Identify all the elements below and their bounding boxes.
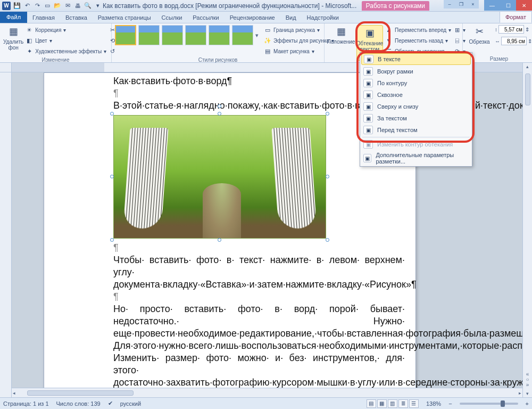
hscroll-thumb[interactable]	[27, 390, 134, 396]
scroll-down-icon[interactable]: ▾	[525, 390, 530, 397]
quick-access-toolbar: 💾 ↶ ↷ ▭ 📂 ✉ 🖶 🔍 ▾	[13, 2, 102, 10]
gallery-more-icon[interactable]: ▾	[255, 32, 259, 39]
bring-forward-button[interactable]: ▲Переместить вперед ▾	[385, 25, 451, 35]
wrap-menu-item[interactable]: ▣Дополнительные параметры разметки...	[360, 150, 472, 166]
picture-styles-gallery[interactable]: ▾	[115, 25, 259, 45]
position-button[interactable]: ▦ Положение	[328, 25, 354, 45]
vertical-ruler[interactable]	[0, 72, 12, 397]
view-web-icon[interactable]: ▥	[388, 399, 397, 408]
group-size: ✂ Обрезка ↕⇕ ↔⇕ Размер	[463, 23, 532, 62]
view-draft-icon[interactable]: ☰	[409, 399, 419, 408]
height-field[interactable]: ↕⇕	[495, 25, 532, 34]
qat-open-icon[interactable]: 📂	[53, 2, 62, 10]
corrections-button[interactable]: ☀Коррекция ▾	[26, 25, 106, 35]
status-word-count[interactable]: Число слов: 139	[56, 400, 101, 407]
file-tab[interactable]: Файл	[0, 11, 27, 23]
spinner-icon[interactable]: ⇕	[528, 38, 532, 44]
minimize-button[interactable]: —	[484, 0, 500, 11]
maximize-button[interactable]: ☐	[500, 0, 516, 11]
send-backward-button[interactable]: ▼Переместить назад ▾	[385, 36, 451, 45]
effects-icon: ✨	[264, 37, 271, 44]
scroll-left-icon[interactable]: ◂	[12, 389, 16, 397]
group-size-label: Размер	[466, 55, 532, 62]
zoom-level[interactable]: 138%	[426, 400, 441, 407]
tab-insert[interactable]: Вставка	[60, 12, 93, 23]
view-buttons: ▤ ▦ ▥ ≣ ☰	[367, 399, 419, 408]
tab-references[interactable]: Ссылки	[156, 12, 188, 23]
tab-home[interactable]: Главная	[27, 12, 60, 23]
zoom-out-icon[interactable]: −	[448, 400, 452, 407]
doc-blank: ¶	[113, 242, 405, 254]
remove-background-button[interactable]: ▦ Удалить фон	[3, 25, 23, 51]
style-thumb[interactable]	[209, 25, 230, 45]
crop-icon: ✂	[473, 25, 486, 38]
scroll-right-icon[interactable]: ▸	[518, 389, 522, 397]
color-button[interactable]: ◧Цвет ▾	[26, 36, 106, 45]
send-backward-icon: ▼	[385, 37, 393, 44]
width-field[interactable]: ↔⇕	[495, 37, 532, 45]
spinner-icon[interactable]: ⇕	[525, 27, 529, 32]
wrap-menu-item[interactable]: ▣В тексте	[361, 53, 471, 65]
window-controls: — ☐ ✕	[484, 0, 532, 11]
effects-label: Эффекты для рисунка	[273, 38, 329, 44]
mdi-minimize-button[interactable]: –	[444, 0, 455, 9]
spellcheck-icon[interactable]: ✔	[108, 400, 113, 407]
next-page-icon[interactable]: »	[526, 382, 529, 388]
wrap-menu-item[interactable]: ▣За текстом	[360, 112, 472, 124]
wrap-menu-item[interactable]: ▣Перед текстом	[360, 124, 472, 136]
tab-format[interactable]: Формат	[500, 11, 532, 23]
status-language[interactable]: русский	[120, 400, 141, 407]
doc-blank: ¶	[113, 291, 405, 303]
redo-icon[interactable]: ↷	[33, 2, 41, 10]
layout-icon: ▤	[264, 47, 271, 55]
height-input[interactable]	[498, 25, 524, 34]
wrap-label: Обтекание текстом	[356, 40, 383, 52]
view-outline-icon[interactable]: ≣	[398, 399, 408, 408]
qat-new-icon[interactable]: ▭	[43, 2, 52, 10]
view-fullscreen-icon[interactable]: ▦	[377, 399, 387, 408]
zoom-knob[interactable]	[501, 400, 505, 407]
status-page[interactable]: Страница: 1 из 1	[3, 400, 49, 407]
mdi-restore-button[interactable]: ❐	[455, 0, 467, 9]
mdi-close-button[interactable]: ×	[467, 0, 479, 9]
qat-preview-icon[interactable]: 🔍	[84, 2, 92, 10]
view-print-layout-icon[interactable]: ▤	[367, 399, 376, 408]
wrap-menu-item[interactable]: ▣Сверху и снизу	[360, 101, 472, 112]
width-input[interactable]	[501, 37, 527, 45]
vertical-scrollbar[interactable]: ▴ « ○ » ▾	[522, 63, 532, 397]
qat-mail-icon[interactable]: ✉	[63, 2, 72, 10]
wrap-menu-item[interactable]: ▣По контуру	[360, 77, 472, 89]
save-icon[interactable]: 💾	[13, 2, 21, 10]
style-thumb[interactable]	[232, 25, 253, 45]
close-button[interactable]: ✕	[516, 0, 532, 11]
zoom-slider[interactable]	[460, 403, 518, 405]
scroll-up-icon[interactable]: ▴	[525, 63, 530, 70]
qat-more-icon[interactable]: ▾	[94, 2, 102, 10]
style-thumb[interactable]	[115, 25, 136, 45]
wrap-menu-item[interactable]: ▣Вокруг рамки	[360, 66, 472, 77]
artistic-icon: ✦	[26, 47, 33, 55]
style-thumb[interactable]	[162, 25, 183, 45]
tab-addins[interactable]: Надстройки	[302, 12, 344, 23]
tab-view[interactable]: Вид	[280, 12, 302, 23]
undo-icon[interactable]: ↶	[23, 2, 31, 10]
position-icon: ▦	[335, 25, 347, 38]
wrap-option-icon: ▣	[363, 126, 373, 134]
picture-layout-button[interactable]: ▤Макет рисунка ▾	[264, 46, 334, 56]
style-thumb[interactable]	[138, 25, 160, 45]
corrections-label: Коррекция	[35, 27, 61, 33]
inserted-picture[interactable]	[113, 115, 326, 239]
tab-page-layout[interactable]: Разметка страницы	[93, 12, 156, 23]
tab-review[interactable]: Рецензирование	[225, 12, 280, 23]
style-thumb[interactable]	[185, 25, 206, 45]
zoom-in-icon[interactable]: +	[526, 400, 529, 407]
horizontal-scrollbar[interactable]: ◂ ▸	[12, 388, 522, 397]
picture-border-button[interactable]: ▭Граница рисунка ▾	[264, 25, 334, 35]
wrap-menu-item[interactable]: ▣Сквозное	[360, 89, 472, 101]
artistic-effects-button[interactable]: ✦Художественные эффекты ▾	[26, 46, 106, 56]
vscroll-thumb[interactable]	[525, 73, 530, 105]
crop-button[interactable]: ✂ Обрезка	[466, 25, 493, 45]
tab-mailings[interactable]: Рассылки	[187, 12, 224, 23]
picture-effects-button[interactable]: ✨Эффекты для рисунка ▾	[264, 36, 334, 45]
qat-print-icon[interactable]: 🖶	[73, 2, 82, 10]
